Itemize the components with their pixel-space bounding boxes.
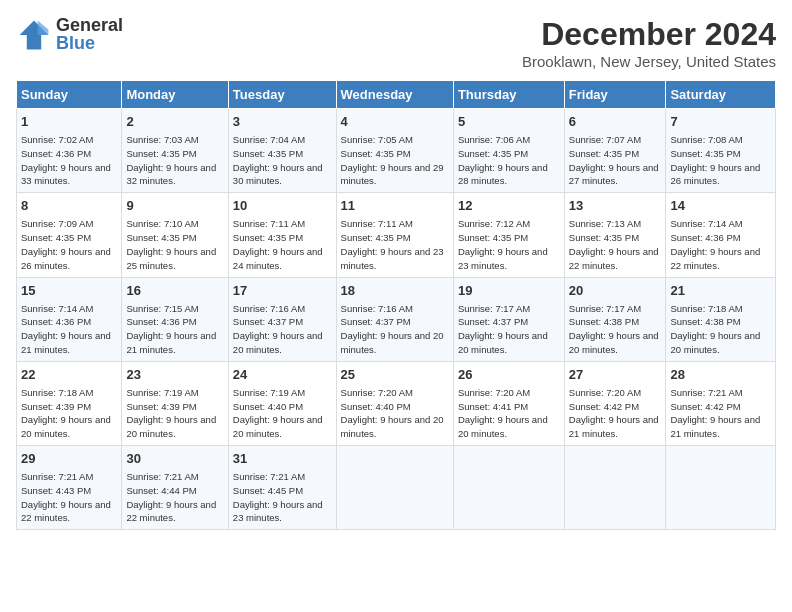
week-row-1: 1Sunrise: 7:02 AMSunset: 4:36 PMDaylight… bbox=[17, 109, 776, 193]
day-number: 29 bbox=[21, 450, 117, 468]
day-number: 17 bbox=[233, 282, 332, 300]
calendar-cell: 7Sunrise: 7:08 AMSunset: 4:35 PMDaylight… bbox=[666, 109, 776, 193]
calendar-cell: 5Sunrise: 7:06 AMSunset: 4:35 PMDaylight… bbox=[453, 109, 564, 193]
cell-info: Sunrise: 7:21 AMSunset: 4:42 PMDaylight:… bbox=[670, 386, 771, 441]
cell-info: Sunrise: 7:19 AMSunset: 4:40 PMDaylight:… bbox=[233, 386, 332, 441]
day-number: 18 bbox=[341, 282, 449, 300]
calendar-cell: 26Sunrise: 7:20 AMSunset: 4:41 PMDayligh… bbox=[453, 361, 564, 445]
cell-info: Sunrise: 7:14 AMSunset: 4:36 PMDaylight:… bbox=[21, 302, 117, 357]
col-header-thursday: Thursday bbox=[453, 81, 564, 109]
col-header-monday: Monday bbox=[122, 81, 228, 109]
day-number: 31 bbox=[233, 450, 332, 468]
cell-info: Sunrise: 7:05 AMSunset: 4:35 PMDaylight:… bbox=[341, 133, 449, 188]
calendar-cell: 28Sunrise: 7:21 AMSunset: 4:42 PMDayligh… bbox=[666, 361, 776, 445]
cell-info: Sunrise: 7:20 AMSunset: 4:40 PMDaylight:… bbox=[341, 386, 449, 441]
day-number: 10 bbox=[233, 197, 332, 215]
day-number: 14 bbox=[670, 197, 771, 215]
cell-info: Sunrise: 7:21 AMSunset: 4:44 PMDaylight:… bbox=[126, 470, 223, 525]
day-number: 9 bbox=[126, 197, 223, 215]
calendar-table: SundayMondayTuesdayWednesdayThursdayFrid… bbox=[16, 80, 776, 530]
calendar-cell: 18Sunrise: 7:16 AMSunset: 4:37 PMDayligh… bbox=[336, 277, 453, 361]
cell-info: Sunrise: 7:16 AMSunset: 4:37 PMDaylight:… bbox=[233, 302, 332, 357]
week-row-3: 15Sunrise: 7:14 AMSunset: 4:36 PMDayligh… bbox=[17, 277, 776, 361]
day-number: 16 bbox=[126, 282, 223, 300]
logo-line2: Blue bbox=[56, 34, 123, 54]
day-number: 25 bbox=[341, 366, 449, 384]
day-number: 13 bbox=[569, 197, 662, 215]
calendar-cell: 6Sunrise: 7:07 AMSunset: 4:35 PMDaylight… bbox=[564, 109, 666, 193]
calendar-cell: 16Sunrise: 7:15 AMSunset: 4:36 PMDayligh… bbox=[122, 277, 228, 361]
cell-info: Sunrise: 7:11 AMSunset: 4:35 PMDaylight:… bbox=[233, 217, 332, 272]
day-number: 12 bbox=[458, 197, 560, 215]
calendar-cell bbox=[336, 446, 453, 530]
cell-info: Sunrise: 7:20 AMSunset: 4:41 PMDaylight:… bbox=[458, 386, 560, 441]
calendar-cell: 30Sunrise: 7:21 AMSunset: 4:44 PMDayligh… bbox=[122, 446, 228, 530]
cell-info: Sunrise: 7:21 AMSunset: 4:43 PMDaylight:… bbox=[21, 470, 117, 525]
cell-info: Sunrise: 7:04 AMSunset: 4:35 PMDaylight:… bbox=[233, 133, 332, 188]
calendar-cell: 15Sunrise: 7:14 AMSunset: 4:36 PMDayligh… bbox=[17, 277, 122, 361]
calendar-cell: 31Sunrise: 7:21 AMSunset: 4:45 PMDayligh… bbox=[228, 446, 336, 530]
cell-info: Sunrise: 7:21 AMSunset: 4:45 PMDaylight:… bbox=[233, 470, 332, 525]
calendar-cell bbox=[564, 446, 666, 530]
calendar-cell bbox=[666, 446, 776, 530]
col-header-wednesday: Wednesday bbox=[336, 81, 453, 109]
cell-info: Sunrise: 7:17 AMSunset: 4:37 PMDaylight:… bbox=[458, 302, 560, 357]
day-number: 5 bbox=[458, 113, 560, 131]
col-header-friday: Friday bbox=[564, 81, 666, 109]
svg-marker-1 bbox=[38, 20, 49, 34]
day-number: 3 bbox=[233, 113, 332, 131]
cell-info: Sunrise: 7:03 AMSunset: 4:35 PMDaylight:… bbox=[126, 133, 223, 188]
cell-info: Sunrise: 7:17 AMSunset: 4:38 PMDaylight:… bbox=[569, 302, 662, 357]
cell-info: Sunrise: 7:08 AMSunset: 4:35 PMDaylight:… bbox=[670, 133, 771, 188]
calendar-header-row: SundayMondayTuesdayWednesdayThursdayFrid… bbox=[17, 81, 776, 109]
calendar-cell: 20Sunrise: 7:17 AMSunset: 4:38 PMDayligh… bbox=[564, 277, 666, 361]
calendar-cell: 10Sunrise: 7:11 AMSunset: 4:35 PMDayligh… bbox=[228, 193, 336, 277]
day-number: 30 bbox=[126, 450, 223, 468]
calendar-cell: 8Sunrise: 7:09 AMSunset: 4:35 PMDaylight… bbox=[17, 193, 122, 277]
calendar-cell: 13Sunrise: 7:13 AMSunset: 4:35 PMDayligh… bbox=[564, 193, 666, 277]
day-number: 6 bbox=[569, 113, 662, 131]
calendar-cell: 2Sunrise: 7:03 AMSunset: 4:35 PMDaylight… bbox=[122, 109, 228, 193]
calendar-cell: 3Sunrise: 7:04 AMSunset: 4:35 PMDaylight… bbox=[228, 109, 336, 193]
calendar-cell: 1Sunrise: 7:02 AMSunset: 4:36 PMDaylight… bbox=[17, 109, 122, 193]
day-number: 21 bbox=[670, 282, 771, 300]
calendar-body: 1Sunrise: 7:02 AMSunset: 4:36 PMDaylight… bbox=[17, 109, 776, 530]
cell-info: Sunrise: 7:18 AMSunset: 4:39 PMDaylight:… bbox=[21, 386, 117, 441]
calendar-cell: 24Sunrise: 7:19 AMSunset: 4:40 PMDayligh… bbox=[228, 361, 336, 445]
cell-info: Sunrise: 7:02 AMSunset: 4:36 PMDaylight:… bbox=[21, 133, 117, 188]
cell-info: Sunrise: 7:09 AMSunset: 4:35 PMDaylight:… bbox=[21, 217, 117, 272]
cell-info: Sunrise: 7:20 AMSunset: 4:42 PMDaylight:… bbox=[569, 386, 662, 441]
calendar-cell bbox=[453, 446, 564, 530]
calendar-cell: 27Sunrise: 7:20 AMSunset: 4:42 PMDayligh… bbox=[564, 361, 666, 445]
day-number: 2 bbox=[126, 113, 223, 131]
page-header: General Blue December 2024 Brooklawn, Ne… bbox=[16, 16, 776, 70]
calendar-cell: 23Sunrise: 7:19 AMSunset: 4:39 PMDayligh… bbox=[122, 361, 228, 445]
cell-info: Sunrise: 7:16 AMSunset: 4:37 PMDaylight:… bbox=[341, 302, 449, 357]
day-number: 26 bbox=[458, 366, 560, 384]
calendar-cell: 29Sunrise: 7:21 AMSunset: 4:43 PMDayligh… bbox=[17, 446, 122, 530]
col-header-sunday: Sunday bbox=[17, 81, 122, 109]
day-number: 15 bbox=[21, 282, 117, 300]
cell-info: Sunrise: 7:14 AMSunset: 4:36 PMDaylight:… bbox=[670, 217, 771, 272]
day-number: 28 bbox=[670, 366, 771, 384]
cell-info: Sunrise: 7:10 AMSunset: 4:35 PMDaylight:… bbox=[126, 217, 223, 272]
week-row-4: 22Sunrise: 7:18 AMSunset: 4:39 PMDayligh… bbox=[17, 361, 776, 445]
calendar-cell: 11Sunrise: 7:11 AMSunset: 4:35 PMDayligh… bbox=[336, 193, 453, 277]
day-number: 23 bbox=[126, 366, 223, 384]
cell-info: Sunrise: 7:15 AMSunset: 4:36 PMDaylight:… bbox=[126, 302, 223, 357]
calendar-cell: 14Sunrise: 7:14 AMSunset: 4:36 PMDayligh… bbox=[666, 193, 776, 277]
calendar-cell: 21Sunrise: 7:18 AMSunset: 4:38 PMDayligh… bbox=[666, 277, 776, 361]
day-number: 4 bbox=[341, 113, 449, 131]
calendar-cell: 22Sunrise: 7:18 AMSunset: 4:39 PMDayligh… bbox=[17, 361, 122, 445]
cell-info: Sunrise: 7:13 AMSunset: 4:35 PMDaylight:… bbox=[569, 217, 662, 272]
cell-info: Sunrise: 7:18 AMSunset: 4:38 PMDaylight:… bbox=[670, 302, 771, 357]
cell-info: Sunrise: 7:19 AMSunset: 4:39 PMDaylight:… bbox=[126, 386, 223, 441]
cell-info: Sunrise: 7:12 AMSunset: 4:35 PMDaylight:… bbox=[458, 217, 560, 272]
page-subtitle: Brooklawn, New Jersey, United States bbox=[522, 53, 776, 70]
cell-info: Sunrise: 7:06 AMSunset: 4:35 PMDaylight:… bbox=[458, 133, 560, 188]
calendar-cell: 4Sunrise: 7:05 AMSunset: 4:35 PMDaylight… bbox=[336, 109, 453, 193]
calendar-cell: 12Sunrise: 7:12 AMSunset: 4:35 PMDayligh… bbox=[453, 193, 564, 277]
day-number: 20 bbox=[569, 282, 662, 300]
week-row-2: 8Sunrise: 7:09 AMSunset: 4:35 PMDaylight… bbox=[17, 193, 776, 277]
calendar-cell: 19Sunrise: 7:17 AMSunset: 4:37 PMDayligh… bbox=[453, 277, 564, 361]
